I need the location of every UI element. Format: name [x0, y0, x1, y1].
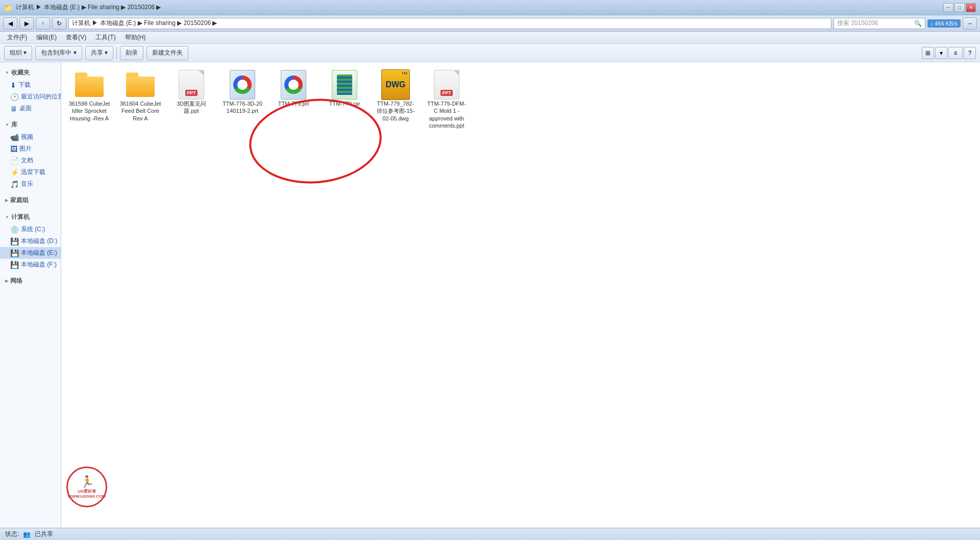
main-layout: ▼ 收藏夹 ⬇ 下载 🕐 最近访问的位置 🖥 桌面 ▼ 库 📹: [0, 62, 980, 528]
search-icon: 🔍: [914, 20, 922, 27]
sidebar-item-desktop[interactable]: 🖥 桌面: [0, 103, 61, 114]
sidebar-item-docs[interactable]: 📄 文档: [0, 155, 61, 166]
file-name: TTM-779.rar: [329, 100, 360, 107]
search-button[interactable]: →: [963, 17, 977, 30]
ppt-icon-dfm: PPT: [431, 69, 462, 100]
sidebar-item-video[interactable]: 📹 视频: [0, 131, 61, 143]
speed-badge: ↓ 464 KB/s: [927, 19, 961, 28]
view-toggle-button[interactable]: ⊞: [922, 47, 934, 59]
xunlei-icon: ⚡: [10, 168, 19, 177]
window-controls: ─ □ ✕: [943, 3, 976, 12]
watermark-figure-icon: 🏃: [80, 475, 94, 488]
network-header[interactable]: ▶ 网络: [0, 275, 61, 287]
menu-edit[interactable]: 编辑(E): [32, 32, 61, 43]
library-header[interactable]: ▼ 库: [0, 118, 61, 131]
help-button[interactable]: ?: [964, 47, 976, 59]
list-item[interactable]: TTM-779.prt: [271, 67, 316, 131]
folder-icon-361598: [74, 69, 105, 100]
library-section: ▼ 库 📹 视频 🖼 图片 📄 文档 ⚡ 迅雷下载 🎵 音乐: [0, 118, 61, 190]
homegroup-header[interactable]: ▶ 家庭组: [0, 194, 61, 207]
list-item[interactable]: 361598 CubeJet Idler Sprocket Housing -R…: [66, 67, 112, 131]
minimize-button[interactable]: ─: [943, 3, 953, 12]
dwg-icon-779: TM DWG: [380, 69, 411, 100]
list-item[interactable]: 361604 CubeJet Feed Belt Core Rev A: [117, 67, 163, 131]
back-button[interactable]: ◀: [3, 17, 17, 30]
file-name: 361598 CubeJet Idler Sprocket Housing -R…: [68, 100, 110, 122]
pictures-icon: 🖼: [10, 145, 17, 153]
list-item[interactable]: TM DWG TTM-779_782-排位参考图-15-02-05.dwg: [373, 67, 419, 131]
sidebar-item-xunlei[interactable]: ⚡ 迅雷下载: [0, 166, 61, 178]
share-button[interactable]: 共享 ▾: [85, 46, 113, 60]
new-folder-button[interactable]: 新建文件夹: [146, 46, 188, 60]
search-box[interactable]: 搜索 20150206 🔍: [834, 18, 925, 29]
computer-header[interactable]: ▼ 计算机: [0, 211, 61, 224]
sidebar-item-d-drive[interactable]: 💾 本地磁盘 (D:): [0, 235, 61, 247]
title-bar: 📁 计算机 ▶ 本地磁盘 (E:) ▶ File sharing ▶ 20150…: [0, 0, 980, 15]
list-item[interactable]: PPT TTM-779-DFM-C Mold 1 - approved with…: [424, 67, 470, 131]
watermark-text-line2: WWW.UGSNX.COM: [68, 494, 106, 499]
menu-tools[interactable]: 工具(T): [91, 32, 119, 43]
desktop-icon: 🖥: [10, 105, 17, 113]
title-bar-path: 📁 计算机 ▶ 本地磁盘 (E:) ▶ File sharing ▶ 20150…: [4, 3, 161, 12]
music-icon: 🎵: [10, 180, 19, 188]
list-item[interactable]: PPT 3D图案见问题.ppt: [168, 67, 214, 131]
share-icon: 👥: [23, 531, 31, 538]
list-item[interactable]: TTM-776-3D-20 140119-2.prt: [219, 67, 265, 131]
menu-file[interactable]: 文件(F): [3, 32, 31, 43]
video-icon: 📹: [10, 133, 19, 141]
status-text: 状态:: [5, 530, 19, 538]
view-buttons: ⊞ ▾ ≡ ?: [922, 47, 976, 59]
sidebar-item-f-drive[interactable]: 💾 本地磁盘 (F:): [0, 259, 61, 271]
address-path-box[interactable]: 计算机 ▶ 本地磁盘 (E:) ▶ File sharing ▶ 2015020…: [68, 18, 831, 29]
e-drive-icon: 💾: [10, 249, 19, 257]
file-name: TTM-779_782-排位参考图-15-02-05.dwg: [375, 100, 416, 122]
burn-button[interactable]: 刻录: [120, 46, 143, 60]
list-item[interactable]: TTM-779.rar: [322, 67, 368, 131]
sidebar-item-downloads[interactable]: ⬇ 下载: [0, 79, 61, 91]
menu-view[interactable]: 查看(V): [62, 32, 90, 43]
prt-icon-779: [278, 69, 309, 100]
favorites-header[interactable]: ▼ 收藏夹: [0, 66, 61, 79]
sidebar-item-music[interactable]: 🎵 音乐: [0, 178, 61, 190]
sidebar-item-recent[interactable]: 🕐 最近访问的位置: [0, 91, 61, 103]
file-name: 3D图案见问题.ppt: [170, 100, 212, 115]
file-name: TTM-776-3D-20 140119-2.prt: [222, 100, 263, 115]
organize-button[interactable]: 组织 ▾: [4, 46, 32, 60]
status-bar: 状态: 👥 已共享: [0, 528, 980, 540]
rar-icon-779: [329, 69, 360, 100]
content-area: 361598 CubeJet Idler Sprocket Housing -R…: [61, 62, 980, 528]
toolbar-separator: [116, 47, 117, 59]
forward-button[interactable]: ▶: [19, 17, 34, 30]
menu-bar: 文件(F) 编辑(E) 查看(V) 工具(T) 帮助(H): [0, 32, 980, 44]
docs-icon: 📄: [10, 157, 19, 165]
homegroup-section: ▶ 家庭组: [0, 194, 61, 207]
close-button[interactable]: ✕: [966, 3, 976, 12]
path-display: 计算机 ▶ 本地磁盘 (E:) ▶ File sharing ▶ 2015020…: [72, 19, 217, 28]
view-options-button[interactable]: ▾: [935, 47, 947, 59]
recent-icon: 🕐: [10, 93, 19, 101]
file-grid: 361598 CubeJet Idler Sprocket Housing -R…: [66, 67, 975, 131]
toolbar: 组织 ▾ 包含到库中 ▾ 共享 ▾ 刻录 新建文件夹 ⊞ ▾ ≡ ?: [0, 44, 980, 62]
c-drive-icon: 💿: [10, 226, 19, 234]
sidebar-item-pictures[interactable]: 🖼 图片: [0, 143, 61, 155]
maximize-button[interactable]: □: [954, 3, 965, 12]
prt-icon-776: [227, 69, 258, 100]
sidebar: ▼ 收藏夹 ⬇ 下载 🕐 最近访问的位置 🖥 桌面 ▼ 库 📹: [0, 62, 61, 528]
search-placeholder: 搜索 20150206: [837, 19, 878, 28]
details-button[interactable]: ≡: [948, 47, 963, 59]
folder-icon-361604: [125, 69, 156, 100]
computer-section: ▼ 计算机 💿 系统 (C:) 💾 本地磁盘 (D:) 💾 本地磁盘 (E:) …: [0, 211, 61, 271]
sidebar-item-c-drive[interactable]: 💿 系统 (C:): [0, 224, 61, 235]
sidebar-item-e-drive[interactable]: 💾 本地磁盘 (E:): [0, 247, 61, 259]
menu-help[interactable]: 帮助(H): [121, 32, 150, 43]
favorites-section: ▼ 收藏夹 ⬇ 下载 🕐 最近访问的位置 🖥 桌面: [0, 66, 61, 114]
ppt-icon-3d: PPT: [176, 69, 207, 100]
include-library-button[interactable]: 包含到库中 ▾: [35, 46, 82, 60]
file-name: 361604 CubeJet Feed Belt Core Rev A: [119, 100, 161, 122]
up-button[interactable]: ↑: [36, 17, 50, 30]
watermark-logo: 🏃 UG爱好者 WWW.UGSNX.COM: [66, 467, 107, 507]
file-name: TTM-779-DFM-C Mold 1 - approved with com…: [426, 100, 468, 129]
refresh-button[interactable]: ↻: [52, 17, 66, 30]
address-bar: ◀ ▶ ↑ ↻ 计算机 ▶ 本地磁盘 (E:) ▶ File sharing ▶…: [0, 15, 980, 32]
d-drive-icon: 💾: [10, 237, 19, 246]
